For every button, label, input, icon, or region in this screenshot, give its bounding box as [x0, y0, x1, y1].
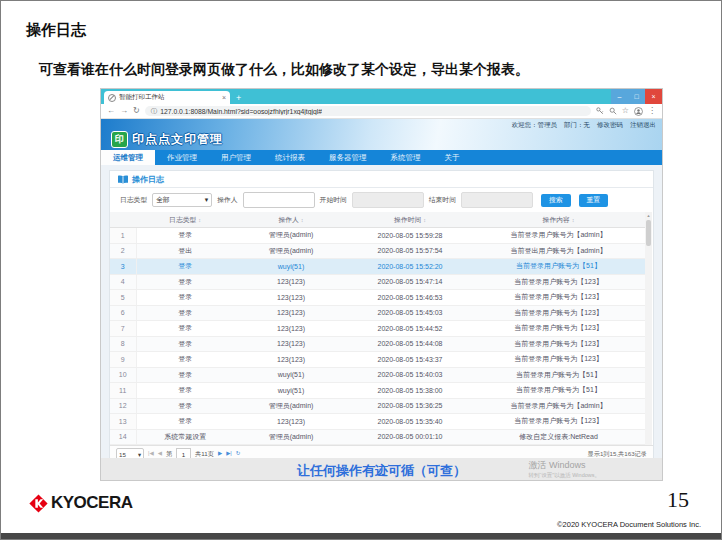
page-size-select[interactable]: 15 ▾ — [116, 448, 144, 459]
nav-tab-2[interactable]: 用户管理 — [209, 150, 263, 165]
cell-no: 8 — [110, 336, 136, 352]
menu-dots-icon[interactable]: ⋮ — [648, 107, 656, 115]
cell-no: 2 — [110, 243, 136, 259]
kyocera-diamond-icon — [29, 494, 48, 513]
new-tab-button[interactable]: + — [236, 93, 241, 103]
pagination-bar: 15 ▾ |◀ ◀ 第 共11页 ▶ ▶| ↻ 显示1到15,共163记录 — [110, 445, 653, 458]
cell-type: 登录 — [136, 367, 234, 383]
cell-operator: 123(123) — [234, 336, 348, 352]
nav-tab-1[interactable]: 作业管理 — [155, 150, 209, 165]
profile-icon[interactable] — [634, 107, 643, 116]
site-info-icon[interactable]: ⓘ — [151, 107, 158, 116]
sort-icon[interactable]: ↕ — [198, 217, 201, 223]
cell-type: 登录 — [136, 274, 234, 290]
table-row[interactable]: 3登录wuyi(51)2020-08-05 15:52:20当前登录用户账号为【… — [110, 259, 645, 275]
cell-content: 当前登录用户账号为【51】 — [472, 383, 645, 399]
tab-close-icon[interactable]: × — [222, 94, 226, 101]
col-header-1[interactable]: 操作人 ↕ — [234, 212, 348, 228]
cell-operator: wuyi(51) — [234, 259, 348, 275]
cell-type: 登录 — [136, 259, 234, 275]
next-page-icon[interactable]: ▶ — [218, 451, 222, 457]
col-header-0[interactable]: 日志类型 ↕ — [136, 212, 234, 228]
first-page-icon[interactable]: |◀ — [148, 451, 154, 457]
operator-input[interactable] — [243, 192, 315, 208]
address-bar[interactable]: ⓘ 127.0.0.1:8088/Main.html?sid=oosojzfhi… — [145, 106, 591, 116]
log-type-select[interactable]: 全部 ▾ — [152, 193, 212, 207]
prev-page-icon[interactable]: ◀ — [158, 451, 162, 457]
table-row[interactable]: 1登录管理员(admin)2020-08-05 15:59:28当前登录用户账号… — [110, 228, 645, 244]
sort-icon[interactable]: ↕ — [423, 217, 426, 223]
slide-description: 可查看谁在什么时间登录网页做了什么，比如修改了某个设定，导出某个报表。 — [39, 61, 529, 79]
log-table-body: 1登录管理员(admin)2020-08-05 15:59:28当前登录用户账号… — [110, 228, 645, 445]
sort-icon[interactable]: ↕ — [572, 217, 575, 223]
forward-icon[interactable]: → — [120, 107, 128, 115]
table-row[interactable]: 5登录123(123)2020-08-05 15:46:53当前登录用户账号为【… — [110, 290, 645, 306]
table-row[interactable]: 7登录123(123)2020-08-05 15:44:52当前登录用户账号为【… — [110, 321, 645, 337]
cell-content: 当前登录用户账号为【123】 — [472, 274, 645, 290]
browser-tab[interactable]: 智能打印工作站 × — [104, 91, 230, 104]
maximize-button[interactable]: □ — [628, 89, 645, 104]
filter-bar: 日志类型 全部 ▾ 操作人 开始时间 结束时间 搜索 重置 — [110, 188, 653, 212]
table-row[interactable]: 8登录123(123)2020-08-05 15:44:08当前登录用户账号为【… — [110, 336, 645, 352]
scrollbar-thumb[interactable] — [646, 220, 651, 246]
cell-no: 6 — [110, 305, 136, 321]
start-time-input[interactable] — [352, 192, 424, 208]
zoom-icon[interactable] — [609, 107, 617, 115]
key-icon[interactable] — [596, 107, 604, 115]
reload-icon[interactable]: ↻ — [133, 107, 140, 115]
table-row[interactable]: 12登录管理员(admin)2020-08-05 15:36:25当前登录用户账… — [110, 398, 645, 414]
cell-operator: 管理员(admin) — [234, 243, 348, 259]
nav-tab-6[interactable]: 关于 — [433, 150, 472, 165]
table-row[interactable]: 10登录wuyi(51)2020-08-05 15:40:03当前登录用户账号为… — [110, 367, 645, 383]
col-header-2[interactable]: 操作时间 ↕ — [348, 212, 472, 228]
app-logo-icon: 印 — [111, 131, 128, 148]
table-row[interactable]: 11登录wuyi(51)2020-08-05 15:38:00当前登录用户账号为… — [110, 383, 645, 399]
bookmark-star-icon[interactable]: ☆ — [622, 107, 629, 115]
back-icon[interactable]: ← — [107, 107, 115, 115]
cell-time: 2020-08-05 15:44:52 — [348, 321, 472, 337]
nav-tab-0[interactable]: 运维管理 — [101, 150, 155, 165]
chevron-down-icon: ▾ — [205, 196, 208, 204]
url-text: 127.0.0.1:8088/Main.html?sid=oosojzfhiyr… — [160, 108, 322, 115]
app-header: 欢迎您：管理员 部门：无 修改密码 注销退出 印 印点点文印管理 — [101, 119, 662, 150]
minimize-button[interactable]: – — [611, 89, 628, 104]
table-row[interactable]: 14系统常规设置管理员(admin)2020-08-05 00:01:10修改自… — [110, 429, 645, 445]
table-row[interactable]: 6登录123(123)2020-08-05 15:45:03当前登录用户账号为【… — [110, 305, 645, 321]
section-header: 操作日志 — [110, 171, 653, 188]
cell-type: 登录 — [136, 352, 234, 368]
cell-no: 3 — [110, 259, 136, 275]
end-time-label: 结束时间 — [429, 195, 456, 205]
nav-tab-4[interactable]: 服务器管理 — [317, 150, 379, 165]
page-number-input[interactable] — [176, 448, 191, 458]
nav-tab-5[interactable]: 系统管理 — [379, 150, 433, 165]
cell-no: 4 — [110, 274, 136, 290]
cell-time: 2020-08-05 15:43:37 — [348, 352, 472, 368]
table-scrollbar[interactable]: ▲ — [645, 212, 652, 445]
last-page-icon[interactable]: ▶| — [226, 451, 232, 457]
search-button[interactable]: 搜索 — [541, 194, 571, 207]
cell-operator: 123(123) — [234, 414, 348, 430]
end-time-input[interactable] — [461, 192, 533, 208]
page-title: 操作日志 — [26, 21, 86, 40]
cell-content: 当前登录用户账号为【51】 — [472, 367, 645, 383]
cell-time: 2020-08-05 15:40:03 — [348, 367, 472, 383]
page-size-value: 15 — [119, 451, 126, 458]
nav-tab-3[interactable]: 统计报表 — [263, 150, 317, 165]
cell-no: 12 — [110, 398, 136, 414]
logout-link[interactable]: 注销退出 — [630, 121, 656, 130]
table-row[interactable]: 13登录123(123)2020-08-05 15:35:40当前登录用户账号为… — [110, 414, 645, 430]
change-password-link[interactable]: 修改密码 — [597, 121, 623, 130]
kyocera-logo: KYOCERA — [29, 493, 133, 513]
table-row[interactable]: 2登出管理员(admin)2020-08-05 15:57:54当前登出用户账号… — [110, 243, 645, 259]
col-header-3[interactable]: 操作内容 ↕ — [472, 212, 645, 228]
scroll-up-icon[interactable]: ▲ — [645, 212, 652, 219]
cell-operator: 管理员(admin) — [234, 429, 348, 445]
window-controls: – □ × — [611, 89, 662, 104]
sort-icon[interactable]: ↕ — [301, 217, 304, 223]
close-button[interactable]: × — [645, 89, 662, 104]
app-title: 印点点文印管理 — [132, 131, 223, 148]
table-row[interactable]: 9登录123(123)2020-08-05 15:43:37当前登录用户账号为【… — [110, 352, 645, 368]
refresh-icon[interactable]: ↻ — [236, 451, 241, 457]
table-row[interactable]: 4登录123(123)2020-08-05 15:47:14当前登录用户账号为【… — [110, 274, 645, 290]
reset-button[interactable]: 重置 — [579, 194, 609, 207]
